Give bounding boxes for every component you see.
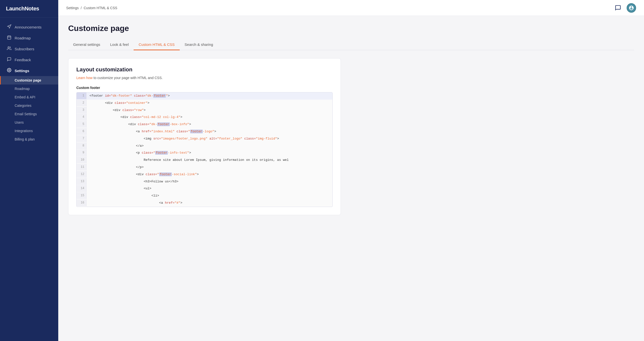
users-label: Users [15, 120, 24, 124]
line-num-4: 4 [76, 114, 86, 120]
page-tabs: General settings Look & feel Custom HTML… [68, 40, 634, 50]
code-content-8: </a> [86, 142, 332, 150]
code-line-7: 7 <img src="images/footer_logo.png" alt=… [76, 135, 332, 142]
settings-subnav: Customize page Roadmap Embed & API Categ… [0, 76, 58, 144]
svg-point-4 [8, 46, 10, 48]
code-line-11: 11 </p> [76, 164, 332, 171]
learn-how-link[interactable]: Learn how [76, 76, 92, 80]
code-line-12: 12 <div class="footer-social-link"> [76, 171, 332, 178]
line-num-12: 12 [76, 171, 86, 178]
code-line-6: 6 <a href="index.html" class="footer-log… [76, 128, 332, 135]
feedback-label: Feedback [15, 58, 31, 62]
code-line-15: 15 <li> [76, 192, 332, 200]
code-line-8: 8 </a> [76, 142, 332, 150]
integrations-label: Integrations [15, 129, 33, 133]
subnav-categories[interactable]: Categories [0, 101, 58, 110]
sidebar: LaunchNotes Announcements Roadmap Subscr… [0, 0, 58, 341]
sidebar-nav: Announcements Roadmap Subscribers Feedba… [0, 18, 58, 341]
breadcrumb-current: Custom HTML & CSS [84, 6, 117, 10]
code-editor[interactable]: 1 <footer id="dk-footer" class="dk-foote… [76, 92, 333, 207]
tab-custom-html[interactable]: Custom HTML & CSS [134, 40, 180, 50]
code-content-1: <footer id="dk-footer" class="dk-footer"… [86, 92, 332, 100]
subscribers-icon [7, 46, 12, 52]
sidebar-item-announcements[interactable]: Announcements [0, 22, 58, 32]
subnav-integrations[interactable]: Integrations [0, 127, 58, 135]
line-num-14: 14 [76, 185, 86, 192]
tab-search[interactable]: Search & sharing [180, 40, 218, 50]
code-content-15: <li> [86, 192, 332, 200]
code-content-14: <ul> [86, 185, 332, 192]
line-num-15: 15 [76, 192, 86, 199]
layout-customization-card: Layout customization Learn how to custom… [68, 58, 341, 215]
code-content-4: <div class="col-md-12 col-lg-4"> [86, 114, 332, 121]
line-num-16: 16 [76, 200, 86, 206]
announcements-label: Announcements [15, 25, 42, 29]
code-line-4: 4 <div class="col-md-12 col-lg-4"> [76, 114, 332, 121]
learn-how-rest: to customize your page with HTML and CSS… [92, 76, 162, 80]
code-line-16: 16 <a href="#"> [76, 200, 332, 207]
user-avatar[interactable] [627, 3, 636, 13]
sidebar-logo[interactable]: LaunchNotes [0, 0, 58, 18]
line-num-9: 9 [76, 150, 86, 156]
tab-look[interactable]: Look & feel [105, 40, 134, 50]
tab-general[interactable]: General settings [68, 40, 105, 50]
page-header: Settings / Custom HTML & CSS [58, 0, 644, 16]
code-line-10: 10 Reference site about Lorem Ipsum, giv… [76, 156, 332, 164]
code-content-10: Reference site about Lorem Ipsum, giving… [86, 156, 332, 164]
roadmap-label: Roadmap [15, 36, 31, 40]
breadcrumb-sep: / [81, 6, 82, 10]
line-num-2: 2 [76, 100, 86, 106]
code-content-5: <div class="dk-footer-box-info"> [86, 121, 332, 128]
code-content-16: <a href="#"> [86, 200, 332, 207]
code-content-11: </p> [86, 164, 332, 171]
email-settings-label: Email Settings [15, 112, 37, 116]
subnav-email-settings[interactable]: Email Settings [0, 110, 58, 118]
settings-label: Settings [15, 69, 29, 73]
settings-icon [7, 68, 12, 73]
line-num-5: 5 [76, 121, 86, 128]
subnav-roadmap[interactable]: Roadmap [0, 84, 58, 93]
code-content-3: <div class="row"> [86, 107, 332, 114]
header-actions [613, 3, 636, 13]
code-content-12: <div class="footer-social-link"> [86, 171, 332, 178]
line-num-13: 13 [76, 178, 86, 185]
chat-button[interactable] [613, 3, 623, 13]
page-title: Customize page [68, 24, 634, 33]
breadcrumb-root: Settings [66, 6, 79, 10]
sidebar-item-roadmap[interactable]: Roadmap [0, 32, 58, 43]
page-content: Customize page General settings Look & f… [58, 16, 644, 341]
breadcrumb: Settings / Custom HTML & CSS [66, 6, 117, 10]
embed-api-label: Embed & API [15, 95, 35, 99]
subnav-billing[interactable]: Billing & plan [0, 135, 58, 144]
card-title: Layout customization [76, 66, 333, 73]
code-content-9: <p class="footer-info-text"> [86, 150, 332, 156]
svg-point-5 [9, 70, 10, 71]
code-line-3: 3 <div class="row"> [76, 107, 332, 114]
sidebar-item-feedback[interactable]: Feedback [0, 54, 58, 65]
code-line-5: 5 <div class="dk-footer-box-info"> [76, 121, 332, 128]
code-line-14: 14 <ul> [76, 185, 332, 192]
announcements-icon [7, 24, 12, 30]
svg-rect-0 [8, 36, 11, 40]
sidebar-item-subscribers[interactable]: Subscribers [0, 43, 58, 54]
subscribers-label: Subscribers [15, 47, 34, 51]
subnav-users[interactable]: Users [0, 118, 58, 127]
subnav-customize-page[interactable]: Customize page [0, 76, 58, 84]
code-line-2: 2 <div class="container"> [76, 100, 332, 107]
line-num-7: 7 [76, 135, 86, 142]
line-num-10: 10 [76, 156, 86, 163]
feedback-icon [7, 57, 12, 62]
line-num-11: 11 [76, 164, 86, 170]
code-content-13: <h3>Follow us</h3> [86, 178, 332, 185]
code-content-2: <div class="container"> [86, 100, 332, 107]
code-content-7: <img src="images/footer_logo.png" alt="f… [86, 135, 332, 142]
roadmap-icon [7, 35, 12, 41]
code-line-1: 1 <footer id="dk-footer" class="dk-foote… [76, 92, 332, 100]
code-line-13: 13 <h3>Follow us</h3> [76, 178, 332, 185]
custom-footer-label: Custom footer [76, 86, 333, 90]
sidebar-item-settings[interactable]: Settings [0, 65, 58, 76]
code-line-9: 9 <p class="footer-info-text"> [76, 150, 332, 156]
main-area: Settings / Custom HTML & CSS Customize p… [58, 0, 644, 341]
line-num-8: 8 [76, 142, 86, 149]
subnav-embed-api[interactable]: Embed & API [0, 93, 58, 101]
